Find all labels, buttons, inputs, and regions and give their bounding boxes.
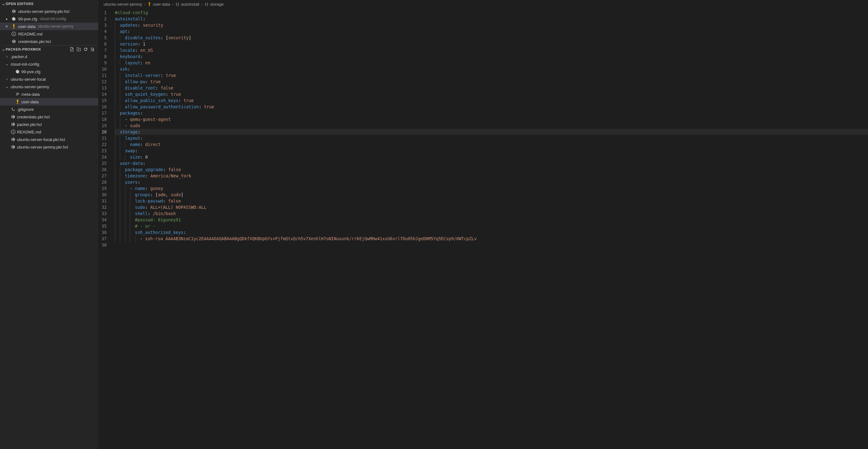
tree-item-label: ubuntu-server-focal <box>11 77 46 82</box>
line-number: 30 <box>98 191 109 198</box>
line-number: 26 <box>98 167 109 173</box>
code[interactable]: #cloud-configautoinstall:updates: securi… <box>115 8 868 449</box>
code-line[interactable]: - ssh-rsa AAAAB3NzaC1yc2EAAAADAQABAAABgQ… <box>115 236 868 242</box>
line-number: 15 <box>98 97 109 103</box>
line-number: 13 <box>98 85 109 91</box>
code-area[interactable]: 1234567891011121314151617181920212223242… <box>98 8 868 449</box>
svg-rect-10 <box>16 93 19 93</box>
chevron-down-icon[interactable]: ⌄ <box>4 62 9 66</box>
line-number: 38 <box>98 242 109 248</box>
tree-item[interactable]: credentials.pkr.hcl <box>0 113 98 121</box>
code-line[interactable]: autoinstall: <box>115 16 868 22</box>
code-line[interactable]: storage: <box>115 129 868 135</box>
chevron-right-icon[interactable]: › <box>4 54 9 59</box>
sidebar: ⌄ OPEN EDITORS ×ubuntu-server-jammy.pkr.… <box>0 0 98 449</box>
breadcrumbs[interactable]: ubuntu-server-jammy›user-data›{}autoinst… <box>98 0 868 8</box>
code-line[interactable]: locale: en_US <box>115 47 868 53</box>
tree-item[interactable]: ubuntu-server-focal.pkr.hcl <box>0 136 98 143</box>
code-line[interactable]: layout: en <box>115 60 868 66</box>
code-line[interactable]: swap: <box>115 148 868 154</box>
close-icon[interactable]: × <box>4 24 9 29</box>
tree-item-label: ubuntu-server-jammy.pkr.hcl <box>17 145 68 149</box>
line-number: 8 <box>98 53 109 60</box>
tree-item[interactable]: 99-pve.cfg <box>0 68 98 76</box>
tree-item[interactable]: user-data <box>0 98 98 106</box>
refresh-icon[interactable] <box>83 47 88 52</box>
code-line[interactable]: version: 1 <box>115 41 868 47</box>
code-line[interactable]: allow_password_authentication: true <box>115 103 868 110</box>
code-line[interactable]: apt: <box>115 28 868 34</box>
open-editor-item[interactable]: ×user-dataubuntu-server-jammy <box>0 23 98 30</box>
tree-item[interactable]: ubuntu-server-jammy.pkr.hcl <box>0 143 98 151</box>
code-line[interactable]: users: <box>115 179 868 185</box>
line-number: 10 <box>98 66 109 72</box>
dirty-dot-icon: ● <box>4 17 9 21</box>
line-number: 36 <box>98 229 109 236</box>
explorer: ⌄ PACKER-PROXMOX ›.packer.d⌄cloud-init-c… <box>0 45 98 449</box>
tree-item[interactable]: README.md <box>0 128 98 136</box>
breadcrumb-item[interactable]: {}storage <box>204 2 223 7</box>
breadcrumb-item[interactable]: {}autoinstall <box>175 2 199 7</box>
code-line[interactable]: ssh: <box>115 66 868 72</box>
tree-item[interactable]: ›.packer.d <box>0 53 98 60</box>
code-line[interactable]: timezone: America/New_York <box>115 173 868 179</box>
tree-item[interactable]: ›ubuntu-server-focal <box>0 76 98 83</box>
chevron-down-icon: ⌄ <box>1 2 6 6</box>
hcl-icon <box>11 9 16 14</box>
code-line[interactable]: user-data: <box>115 160 868 167</box>
line-number: 27 <box>98 173 109 179</box>
svg-text:{}: {} <box>176 2 180 6</box>
open-editor-item[interactable]: ×README.md <box>0 30 98 38</box>
code-line[interactable]: allow-pw: true <box>115 79 868 85</box>
open-editor-item[interactable]: ×credentials.pkr.hcl <box>0 38 98 45</box>
code-line[interactable]: install-server: true <box>115 72 868 79</box>
code-line[interactable]: #passwd: 61guney61 <box>115 217 868 223</box>
code-line[interactable]: name: direct <box>115 141 868 148</box>
code-line[interactable] <box>115 242 868 248</box>
open-editor-item[interactable]: ●99-pve.cfgcloud-init-config <box>0 15 98 23</box>
code-line[interactable]: keyboard: <box>115 53 868 60</box>
tree-item[interactable]: packer.pkr.hcl <box>0 121 98 128</box>
line-number: 11 <box>98 72 109 79</box>
code-line[interactable]: disable_root: false <box>115 85 868 91</box>
code-line[interactable]: - sudo <box>115 122 868 129</box>
code-line[interactable]: packages: <box>115 110 868 116</box>
code-line[interactable]: disable_suites: [security] <box>115 34 868 41</box>
chevron-right-icon[interactable]: › <box>4 77 9 81</box>
code-line[interactable]: #cloud-config <box>115 9 868 16</box>
code-line[interactable]: lock-passwd: false <box>115 198 868 204</box>
tree-item[interactable]: ⌄ubuntu-server-jammy <box>0 83 98 90</box>
line-number: 23 <box>98 148 109 154</box>
tree-item[interactable]: .gitignore <box>0 106 98 113</box>
brace-icon: {} <box>175 2 180 6</box>
tree-item[interactable]: ⌄cloud-init-config <box>0 60 98 68</box>
code-line[interactable]: # - or - <box>115 223 868 229</box>
code-line[interactable]: ssh_quiet_keygen: true <box>115 91 868 97</box>
code-line[interactable]: updates: security <box>115 22 868 28</box>
new-file-icon[interactable] <box>69 47 74 52</box>
code-line[interactable]: sudo: ALL=(ALL) NOPASSWD:ALL <box>115 204 868 210</box>
code-line[interactable]: - name: guney <box>115 185 868 191</box>
code-line[interactable]: size: 0 <box>115 154 868 160</box>
breadcrumb-item[interactable]: user-data <box>147 2 170 7</box>
explorer-header[interactable]: ⌄ PACKER-PROXMOX <box>0 45 98 53</box>
open-editor-label: user-data <box>18 24 35 29</box>
code-line[interactable]: groups: [adm, sudo] <box>115 191 868 198</box>
code-line[interactable]: - qemu-guest-agent <box>115 116 868 122</box>
code-line[interactable]: layout: <box>115 135 868 141</box>
code-line[interactable]: package_upgrade: false <box>115 167 868 173</box>
code-line[interactable]: allow_public_ssh_keys: true <box>115 97 868 103</box>
new-folder-icon[interactable] <box>76 47 81 52</box>
open-editor-item[interactable]: ×ubuntu-server-jammy.pkr.hcl <box>0 7 98 15</box>
code-line[interactable]: ssh_authorized_keys: <box>115 229 868 236</box>
tree-item-label: .gitignore <box>17 107 34 112</box>
line-number: 5 <box>98 34 109 41</box>
open-editor-label: 99-pve.cfg <box>18 17 37 21</box>
tree-item[interactable]: meta-data <box>0 90 98 98</box>
code-line[interactable]: shell: /bin/bash <box>115 210 868 217</box>
collapse-all-icon[interactable] <box>90 47 95 52</box>
chevron-down-icon[interactable]: ⌄ <box>4 85 9 89</box>
explorer-title: PACKER-PROXMOX <box>6 48 41 51</box>
breadcrumb-item[interactable]: ubuntu-server-jammy <box>103 2 142 7</box>
open-editors-header[interactable]: ⌄ OPEN EDITORS <box>0 0 98 7</box>
